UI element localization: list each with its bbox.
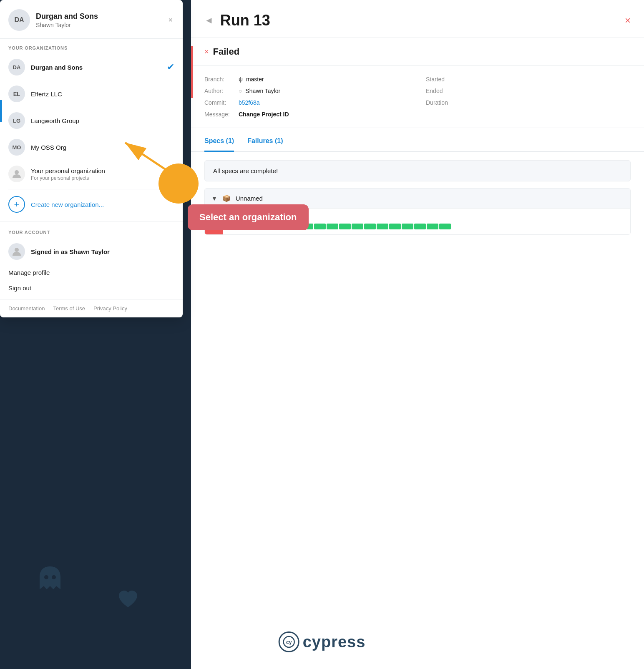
details-grid: Branch: ψ master Started Author: ○ Shawn… [191, 66, 644, 128]
progress-pass-segment-8 [352, 224, 363, 229]
cypress-text: cypress [303, 633, 366, 651]
svg-text:cy: cy [286, 639, 292, 645]
org-info-create: Create new organization... [31, 201, 174, 208]
status-text: Failed [213, 46, 240, 57]
org-info-personal: Your personal organization For your pers… [31, 167, 174, 181]
heart-icon [117, 589, 140, 615]
org-name-langworth: Langworth Group [31, 117, 174, 124]
svg-point-5 [15, 248, 19, 252]
failed-icon: × [204, 48, 209, 56]
org-info-myoss: My OSS Org [31, 144, 174, 151]
select-org-tooltip: Select an organization [188, 204, 309, 230]
org-item-langworth[interactable]: LG Langworth Group [0, 107, 183, 134]
org-list: DA Durgan and Sons ✔ EL Effertz LLC LG L… [0, 54, 183, 221]
ended-row: Ended [426, 88, 631, 94]
svg-point-4 [15, 170, 19, 174]
started-row: Started [426, 76, 631, 83]
run-title: Run 13 [220, 12, 618, 29]
org-avatar-create: + [8, 196, 25, 213]
panel-accent-bar [0, 100, 2, 122]
manage-profile-link[interactable]: Manage profile [0, 265, 183, 280]
terms-link[interactable]: Terms of Use [53, 305, 85, 312]
progress-pass-segment-5 [314, 224, 326, 229]
all-specs-banner: All specs are complete! [204, 160, 631, 181]
run-close-button[interactable]: × [625, 15, 631, 26]
org-info-durgan: Durgan and Sons [31, 64, 161, 71]
progress-pass-segment-14 [427, 224, 438, 229]
your-account-label: YOUR ACCOUNT [0, 223, 183, 238]
author-label: Author: [204, 88, 234, 94]
run-header: ◄ Run 13 × [191, 0, 644, 38]
message-label: Message: [204, 111, 234, 118]
org-name-durgan: Durgan and Sons [31, 64, 161, 71]
watermark-area: cy cypress [0, 494, 644, 669]
commit-label: Commit: [204, 99, 234, 106]
panel-header: DA Durgan and Sons Shawn Taylor × [0, 0, 183, 39]
progress-pass-segment-11 [389, 224, 401, 229]
status-line [191, 46, 193, 98]
header-org-name: Durgan and Sons [36, 12, 161, 21]
message-row: Message: Change Project ID [204, 111, 409, 118]
account-user-row: Signed in as Shawn Taylor [0, 238, 183, 265]
progress-pass-segment-6 [327, 224, 338, 229]
header-info: Durgan and Sons Shawn Taylor [36, 12, 161, 28]
panel-close-button[interactable]: × [166, 15, 174, 25]
branch-value: ψ master [239, 76, 264, 83]
check-icon-durgan: ✔ [167, 62, 174, 73]
commit-row: Commit: b52f68a [204, 99, 409, 106]
author-person-icon: ○ [239, 88, 242, 94]
header-user-name: Shawn Taylor [36, 22, 161, 28]
cypress-logo: cy cypress [279, 631, 366, 652]
documentation-link[interactable]: Documentation [8, 305, 45, 312]
tab-failures[interactable]: Failures (1) [247, 131, 283, 152]
cypress-circle-icon: cy [279, 631, 299, 652]
progress-pass-segment-13 [414, 224, 426, 229]
status-section: × Failed [191, 38, 644, 66]
org-item-personal[interactable]: Your personal organization For your pers… [0, 161, 183, 187]
org-name-create: Create new organization... [31, 201, 174, 208]
progress-pass-segment-9 [364, 224, 376, 229]
progress-pass-segment-12 [402, 224, 413, 229]
author-value: ○ Shawn Taylor [239, 88, 280, 94]
spec-group-name: Unnamed [236, 195, 263, 202]
back-arrow-button[interactable]: ◄ [204, 15, 214, 26]
author-row: Author: ○ Shawn Taylor [204, 88, 409, 94]
org-item-durgan[interactable]: DA Durgan and Sons ✔ [0, 54, 183, 80]
started-label: Started [426, 76, 455, 83]
org-name-myoss: My OSS Org [31, 144, 174, 151]
branch-label: Branch: [204, 76, 234, 83]
specs-content: All specs are complete! ▼ 📦 Unnamed × ap… [191, 152, 644, 246]
account-section: Signed in as Shawn Taylor Manage profile… [0, 238, 183, 299]
svg-point-0 [44, 575, 48, 579]
section-divider-account [0, 221, 183, 221]
progress-pass-segment-10 [377, 224, 388, 229]
org-info-effertz: Effertz LLC [31, 91, 174, 98]
chevron-icon: ▼ [211, 195, 217, 202]
sign-out-link[interactable]: Sign out [0, 280, 183, 296]
org-info-langworth: Langworth Group [31, 117, 174, 124]
ended-label: Ended [426, 88, 455, 94]
header-avatar: DA [8, 9, 30, 31]
tab-specs[interactable]: Specs (1) [204, 131, 234, 152]
org-name-effertz: Effertz LLC [31, 91, 174, 98]
svg-point-1 [52, 575, 56, 579]
org-item-myoss[interactable]: MO My OSS Org [0, 134, 183, 161]
branch-icon: ψ [239, 76, 243, 83]
footer-links: Documentation Terms of Use Privacy Polic… [0, 299, 183, 317]
progress-pass-segment-7 [339, 224, 351, 229]
commit-value[interactable]: b52f68a [239, 99, 260, 106]
org-name-personal: Your personal organization [31, 167, 174, 174]
org-sub-personal: For your personal projects [31, 175, 174, 181]
ghost-icon [33, 562, 67, 602]
org-item-effertz[interactable]: EL Effertz LLC [0, 80, 183, 107]
org-avatar-mo: MO [8, 139, 25, 156]
privacy-link[interactable]: Privacy Policy [93, 305, 127, 312]
org-avatar-lg: LG [8, 112, 25, 129]
package-icon: 📦 [222, 194, 231, 202]
org-item-create[interactable]: + Create new organization... [0, 191, 183, 218]
org-avatar-da: DA [8, 59, 25, 75]
account-avatar [8, 243, 25, 260]
progress-pass-segment-15 [439, 224, 451, 229]
org-divider [8, 189, 174, 189]
your-organizations-label: YOUR ORGANIZATIONS [0, 39, 183, 54]
